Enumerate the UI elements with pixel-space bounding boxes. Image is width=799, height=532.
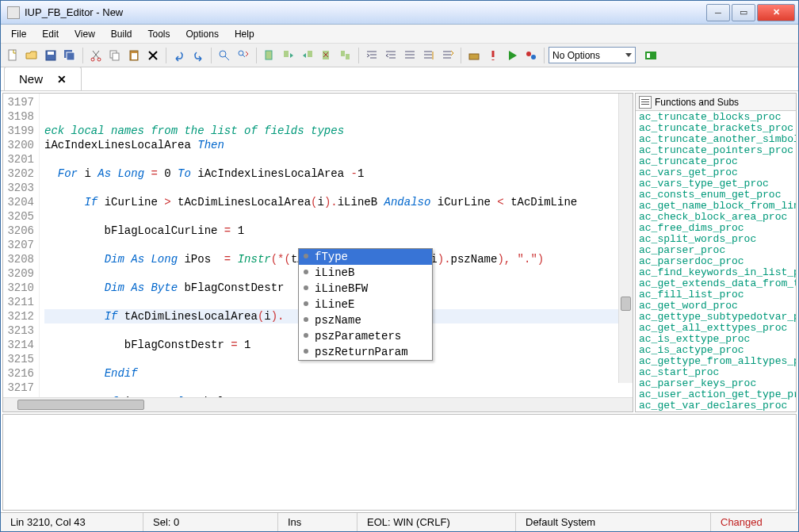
menu-view[interactable]: View: [67, 26, 102, 42]
comment-icon[interactable]: [420, 47, 438, 64]
bookmark-list-icon[interactable]: [337, 47, 354, 64]
bookmark-clear-icon[interactable]: [318, 47, 335, 64]
code-canvas[interactable]: eck local names from the list of fields …: [40, 94, 633, 397]
find-next-icon[interactable]: [235, 47, 252, 64]
svg-rect-13: [266, 51, 272, 59]
function-list-item[interactable]: ac_truncate_brackets_proc: [636, 123, 796, 134]
format-icon[interactable]: [401, 47, 419, 64]
code-line[interactable]: For i As Long = 0 To iAcIndexLinesLocalA…: [44, 166, 633, 181]
find-icon[interactable]: [216, 47, 233, 64]
function-list-item[interactable]: ac_is_exttype_proc: [636, 334, 796, 345]
function-list-item[interactable]: ac_vars_type_get_proc: [636, 178, 796, 189]
code-line[interactable]: [44, 209, 633, 224]
code-line[interactable]: If iCurLine > tAcDimLinesLocalArea(i).iL…: [44, 195, 633, 209]
autocomplete-item[interactable]: iLineE: [299, 297, 432, 312]
menu-options[interactable]: Options: [179, 26, 226, 42]
horizontal-scrollbar[interactable]: [3, 397, 633, 411]
code-line[interactable]: eck local names from the list of fields …: [44, 124, 633, 138]
function-list-item[interactable]: ac_get_word_proc: [636, 300, 796, 312]
run-icon[interactable]: [503, 47, 521, 64]
autocomplete-popup[interactable]: fTypeiLineBiLineBFWiLineEpszNamepszParam…: [298, 248, 433, 361]
menu-build[interactable]: Build: [104, 26, 140, 42]
function-list-item[interactable]: ac_split_words_proc: [636, 234, 796, 245]
function-list-item[interactable]: ac_check_block_area_proc: [636, 212, 796, 223]
function-list-item[interactable]: ac_parserdoc_proc: [636, 256, 796, 267]
maximize-button[interactable]: ▭: [732, 4, 755, 21]
autocomplete-item[interactable]: pszReturnParam: [299, 344, 432, 360]
undo-icon[interactable]: [170, 47, 188, 64]
build-icon[interactable]: [465, 47, 483, 64]
autocomplete-item[interactable]: pszName: [299, 312, 432, 328]
function-list-item[interactable]: ac_start_proc: [636, 367, 796, 378]
close-button[interactable]: ✕: [757, 4, 795, 21]
indent-icon[interactable]: [363, 47, 380, 64]
function-list-item[interactable]: ac_truncate_another_simbols_: [636, 134, 796, 145]
function-list-item[interactable]: ac_truncate_proc: [636, 156, 796, 167]
uncomment-icon[interactable]: [439, 47, 457, 64]
bookmark-next-icon[interactable]: [280, 47, 297, 64]
bookmark-toggle-icon[interactable]: [261, 47, 278, 64]
code-line[interactable]: [44, 181, 633, 195]
function-list-item[interactable]: ac_free_dims_proc: [636, 223, 796, 234]
new-file-icon[interactable]: [4, 47, 21, 64]
cut-icon[interactable]: [87, 47, 105, 64]
autocomplete-item[interactable]: pszParameters: [299, 328, 432, 344]
redo-icon[interactable]: [189, 47, 207, 64]
save-icon[interactable]: [42, 47, 59, 64]
paste-icon[interactable]: [125, 47, 143, 64]
menu-edit[interactable]: Edit: [35, 26, 66, 42]
menu-tools[interactable]: Tools: [141, 26, 178, 42]
bookmark-prev-icon[interactable]: [299, 47, 316, 64]
autocomplete-item[interactable]: iLineBFW: [299, 281, 432, 297]
function-list-item[interactable]: ac_parser_proc: [636, 245, 796, 256]
options-dropdown[interactable]: No Options: [549, 47, 636, 63]
function-list-item[interactable]: ac_gettype_subtypedotvar_pro: [636, 312, 796, 323]
separator: [461, 48, 461, 63]
code-line[interactable]: iAcIndexLinesLocalArea Then: [44, 138, 633, 152]
function-list-item[interactable]: ac_parser_keys_proc: [636, 378, 796, 389]
menu-file[interactable]: File: [4, 26, 33, 42]
errors-icon[interactable]: [484, 47, 502, 64]
function-list-item[interactable]: ac_truncate_pointers_proc: [636, 145, 796, 156]
function-list-item[interactable]: ac_consts_enum_get_proc: [636, 189, 796, 201]
function-list-item[interactable]: ac_find_keywords_in_list_pro: [636, 267, 796, 278]
code-line[interactable]: Endif: [44, 366, 633, 381]
debug-icon[interactable]: [522, 47, 540, 64]
save-all-icon[interactable]: [61, 47, 78, 64]
gutter: 3197319831993200320132023203320432053206…: [3, 94, 40, 397]
autocomplete-item[interactable]: fType: [299, 249, 432, 265]
toggle-panel-icon[interactable]: [642, 47, 659, 64]
tab-close-icon[interactable]: ✕: [57, 73, 67, 86]
tab-label: New: [19, 72, 43, 86]
function-list-item[interactable]: ac_get_extends_data_from_typ: [636, 278, 796, 289]
open-file-icon[interactable]: [23, 47, 40, 64]
side-pane-header: Functions and Subs: [636, 94, 796, 111]
code-line[interactable]: bFlagLocalCurLine = 1: [44, 224, 633, 238]
function-list-item[interactable]: ac_get_all_exttypes_proc: [636, 323, 796, 334]
scrollbar-thumb[interactable]: [17, 400, 144, 410]
functions-list[interactable]: ac_truncate_blocks_procac_truncate_brack…: [636, 111, 796, 411]
tab-new[interactable]: New ✕: [4, 67, 82, 90]
function-list-item[interactable]: ac_vars_get_proc: [636, 167, 796, 178]
delete-icon[interactable]: [144, 47, 162, 64]
code-area[interactable]: 3197319831993200320132023203320432053206…: [3, 94, 633, 397]
svg-point-20: [526, 52, 531, 56]
function-list-item[interactable]: ac_fill_list_proc: [636, 289, 796, 300]
code-line[interactable]: [44, 381, 633, 395]
unindent-icon[interactable]: [382, 47, 400, 64]
function-list-item[interactable]: ac_get_var_declares_proc: [636, 400, 796, 411]
copy-icon[interactable]: [106, 47, 124, 64]
scrollbar-thumb[interactable]: [621, 297, 631, 311]
function-list-item[interactable]: ac_gettype_from_alltypes_pro: [636, 356, 796, 367]
function-list-item[interactable]: ac_user_action_get_type_proc: [636, 389, 796, 400]
code-line[interactable]: [44, 152, 633, 166]
autocomplete-item[interactable]: iLineB: [299, 265, 432, 281]
function-list-item[interactable]: ac_truncate_blocks_proc: [636, 112, 796, 123]
svg-rect-15: [308, 51, 312, 57]
function-list-item[interactable]: ac_is_actype_proc: [636, 345, 796, 356]
output-pane[interactable]: [2, 414, 797, 511]
function-list-item[interactable]: ac_get_name_block_from_line_p: [636, 201, 796, 212]
menu-help[interactable]: Help: [227, 26, 262, 42]
vertical-scrollbar[interactable]: [618, 94, 633, 383]
minimize-button[interactable]: ─: [706, 4, 730, 21]
